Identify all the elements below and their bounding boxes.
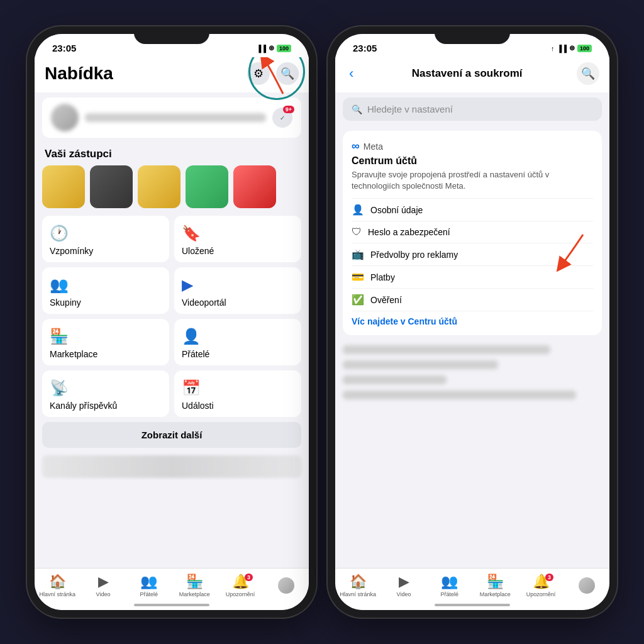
pratele-label: Přátelé <box>182 349 294 359</box>
notification-count-right: 3 <box>545 574 553 581</box>
search-icon-right: 🔍 <box>581 67 595 80</box>
profile-row[interactable]: ✓ 9+ <box>42 97 301 138</box>
heslo-icon: 🛡 <box>352 226 362 238</box>
kanaly-icon: 📡 <box>50 379 162 397</box>
reklamy-icon: 📺 <box>352 248 364 260</box>
menu-item-marketplace[interactable]: 🏪 Marketplace <box>42 319 169 365</box>
notification-badge[interactable]: ✓ 9+ <box>272 108 292 128</box>
udalosti-label: Události <box>182 401 294 411</box>
right-header: ‹ Nastavení a soukromí 🔍 <box>335 57 609 92</box>
meta-logo-row: ∞ Meta <box>352 140 593 153</box>
meta-item-heslo[interactable]: 🛡 Heslo a zabezpečení <box>352 221 593 243</box>
nav-friends-right[interactable]: 👥 Přátelé <box>426 574 472 597</box>
menu-grid: 🕐 Vzpomínky 🔖 Uložené 👥 Skupiny ▶ Videop… <box>35 216 309 417</box>
menu-item-ulozene[interactable]: 🔖 Uložené <box>174 216 301 262</box>
vzpominky-label: Vzpomínky <box>50 246 162 256</box>
osobni-icon: 👤 <box>352 204 364 216</box>
menu-item-skupiny[interactable]: 👥 Skupiny <box>42 267 169 314</box>
nav-notifications-right[interactable]: 🔔 Upozornění 3 <box>518 574 564 597</box>
videoportal-icon: ▶ <box>182 276 294 294</box>
notch <box>134 26 209 44</box>
shortcut-1[interactable] <box>42 165 85 208</box>
page-title-right: Nastavení a soukromí <box>364 67 570 80</box>
vzpominky-icon: 🕐 <box>50 225 162 242</box>
overeni-label: Ověření <box>370 295 402 305</box>
overeni-icon: ✅ <box>352 294 364 306</box>
search-button-right[interactable]: 🔍 <box>577 62 599 85</box>
marketplace-label: Marketplace <box>50 349 162 359</box>
profile-name-blur <box>85 113 266 122</box>
meta-card-desc: Spravujte svoje propojená prostředí a na… <box>352 169 593 192</box>
show-more-button[interactable]: Zobrazit další <box>42 422 301 448</box>
menu-item-pratele[interactable]: 👤 Přátelé <box>174 319 301 365</box>
meta-card-link[interactable]: Víc najdete v Centru účtů <box>352 311 593 326</box>
nav-friends-left[interactable]: 👥 Přátelé <box>126 574 172 597</box>
screen-left: Nabídka <box>35 57 309 568</box>
meta-logo-icon: ∞ <box>352 140 360 153</box>
videoportal-label: Videoportál <box>182 297 294 308</box>
time-left: 23:05 <box>52 43 76 53</box>
meta-item-reklamy[interactable]: 📺 Předvolby pro reklamy <box>352 243 593 265</box>
skupiny-label: Skupiny <box>50 297 162 308</box>
user-avatar-right <box>579 577 595 594</box>
back-button[interactable]: ‹ <box>345 64 357 83</box>
menu-item-videoportal[interactable]: ▶ Videoportál <box>174 267 301 314</box>
gear-button[interactable]: ⚙ <box>247 62 270 85</box>
platby-label: Platby <box>370 272 395 282</box>
status-icons-right: ↑ ▐▐ ⊛ 100 <box>551 44 592 52</box>
home-icon-right: 🏠 <box>350 574 367 590</box>
meta-item-overeni[interactable]: ✅ Ověření <box>352 288 593 311</box>
shortcut-5[interactable] <box>233 165 276 208</box>
ulozene-label: Uložené <box>182 246 294 256</box>
bottom-blur-row <box>42 455 301 478</box>
nav-video-right[interactable]: ▶ Video <box>381 574 427 597</box>
shortcut-2[interactable] <box>90 165 133 208</box>
heslo-label: Heslo a zabezpečení <box>368 227 450 237</box>
gear-icon: ⚙ <box>253 67 264 80</box>
menu-item-kanaly[interactable]: 📡 Kanály příspěvků <box>42 370 169 417</box>
battery-left: 100 <box>277 45 291 52</box>
nav-video-left[interactable]: ▶ Video <box>80 574 126 597</box>
user-avatar-left <box>278 577 294 594</box>
nav-avatar-left[interactable] <box>263 577 309 594</box>
arrow-icon-right: ↑ <box>551 45 555 52</box>
nav-marketplace-left[interactable]: 🏪 Marketplace <box>172 574 218 597</box>
meta-card-title: Centrum účtů <box>352 155 593 167</box>
nav-home-right[interactable]: 🏠 Hlavní stránka <box>335 574 381 597</box>
search-bar[interactable]: 🔍 Hledejte v nastavení <box>343 97 602 121</box>
nav-home-left[interactable]: 🏠 Hlavní stránka <box>35 574 80 597</box>
blurred-row-3 <box>343 375 447 384</box>
platby-icon: 💳 <box>352 271 364 283</box>
skupiny-icon: 👥 <box>50 276 162 294</box>
left-header: Nabídka <box>35 57 309 92</box>
blurred-row-2 <box>343 360 498 369</box>
kanaly-label: Kanály příspěvků <box>50 401 162 411</box>
udalosti-icon: 📅 <box>182 379 294 397</box>
reklamy-label: Předvolby pro reklamy <box>370 250 458 260</box>
menu-item-vzpominky[interactable]: 🕐 Vzpomínky <box>42 216 169 262</box>
nav-notifications-left[interactable]: 🔔 Upozornění 3 <box>218 574 264 597</box>
page-title-left: Nabídka <box>45 64 113 84</box>
nav-marketplace-right[interactable]: 🏪 Marketplace <box>472 574 518 597</box>
meta-item-osobni[interactable]: 👤 Osobní údaje <box>352 198 593 221</box>
left-phone: 23:05 ▐▐ ⊛ 100 Nabídka <box>27 26 316 618</box>
shortcut-3[interactable] <box>138 165 180 208</box>
battery-right: 100 <box>577 45 592 52</box>
marketplace-nav-icon-right: 🏪 <box>487 574 504 590</box>
status-icons-left: ▐▐ ⊛ 100 <box>256 44 291 52</box>
home-indicator-left <box>134 604 209 606</box>
blurred-content <box>335 340 609 411</box>
shortcut-4[interactable] <box>186 165 228 208</box>
meta-card: ∞ Meta Centrum účtů Spravujte svoje prop… <box>343 131 602 335</box>
blurred-row-4 <box>343 391 576 399</box>
menu-item-udalosti[interactable]: 📅 Události <box>174 370 301 417</box>
shortcuts-row <box>35 163 309 213</box>
nav-avatar-right[interactable] <box>564 577 609 594</box>
marketplace-nav-icon-left: 🏪 <box>186 574 203 590</box>
search-button-left[interactable]: 🔍 <box>276 62 299 85</box>
meta-item-platby[interactable]: 💳 Platby <box>352 265 593 288</box>
notification-count-left: 3 <box>245 574 253 581</box>
shortcuts-section-label: Vaši zástupci <box>35 143 309 163</box>
notch-right <box>435 26 510 44</box>
avatar <box>51 104 79 131</box>
